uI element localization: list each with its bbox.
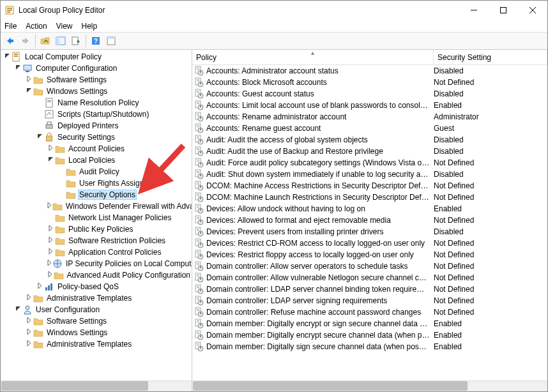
collapse-icon[interactable]	[47, 156, 55, 165]
policy-name: Audit: Force audit policy subcategory se…	[206, 158, 434, 167]
help-button[interactable]: ?	[89, 34, 103, 48]
tree-item[interactable]: Local Computer Policy	[1, 51, 192, 63]
svg-rect-26	[46, 124, 52, 128]
tree-item[interactable]: Administrative Templates	[1, 292, 192, 304]
policy-row[interactable]: Devices: Restrict floppy access to local…	[192, 249, 547, 260]
policy-setting: Guest	[434, 124, 547, 133]
collapse-icon[interactable]	[14, 64, 22, 73]
tree-item[interactable]: Software Restriction Policies	[1, 235, 192, 246]
tree-scrollbar[interactable]	[1, 381, 192, 391]
minimize-button[interactable]	[459, 1, 489, 20]
policy-row[interactable]: Audit: Shut down system immediately if u…	[192, 169, 547, 180]
expand-icon[interactable]	[47, 202, 52, 211]
maximize-button[interactable]	[489, 1, 518, 20]
list-body[interactable]: Accounts: Administrator account statusDi…	[192, 65, 547, 381]
policy-row[interactable]: Accounts: Guest account statusDisabled	[192, 88, 547, 100]
export-button[interactable]	[69, 34, 83, 48]
collapse-icon[interactable]	[3, 52, 11, 61]
tree-item[interactable]: Deployed Printers	[1, 120, 192, 132]
list-scrollbar[interactable]	[192, 381, 547, 391]
expand-icon[interactable]	[47, 259, 52, 268]
tree-item[interactable]: Public Key Policies	[1, 223, 192, 235]
column-setting[interactable]: Security Setting	[434, 50, 547, 64]
policy-row[interactable]: Audit: Audit the access of global system…	[192, 134, 547, 146]
folder-icon	[55, 247, 65, 257]
tree-item[interactable]: Application Control Policies	[1, 246, 192, 258]
tree-item[interactable]: Windows Settings	[1, 327, 192, 338]
policy-row[interactable]: Domain member: Digitally encrypt or sign…	[192, 318, 547, 329]
expand-icon[interactable]	[47, 144, 55, 153]
policy-row[interactable]: Devices: Prevent users from installing p…	[192, 226, 547, 237]
svg-rect-150	[197, 332, 199, 333]
policy-row[interactable]: Audit: Audit the use of Backup and Resto…	[192, 146, 547, 157]
expand-icon[interactable]	[36, 282, 44, 291]
tree-item[interactable]: User Configuration	[1, 304, 192, 315]
policy-row[interactable]: DCOM: Machine Launch Restrictions in Sec…	[192, 192, 547, 203]
policy-row[interactable]: Accounts: Administrator account statusDi…	[192, 65, 547, 77]
policy-name: Devices: Allow undock without having to …	[206, 204, 434, 213]
tree-item[interactable]: Software Settings	[1, 315, 192, 327]
back-button[interactable]	[3, 34, 17, 48]
collapse-icon[interactable]	[36, 133, 44, 142]
tree-item[interactable]: Scripts (Startup/Shutdown)	[1, 109, 192, 120]
expand-icon[interactable]	[47, 225, 55, 234]
expand-icon[interactable]	[47, 248, 55, 257]
policy-row[interactable]: Domain controller: Allow vulnerable Netl…	[192, 272, 547, 283]
policy-name: Accounts: Rename administrator account	[206, 112, 434, 121]
svg-rect-65	[197, 137, 199, 137]
tree-item-label: Public Key Policies	[67, 225, 134, 234]
tree-item[interactable]: Computer Configuration	[1, 63, 192, 74]
policy-row[interactable]: Audit: Force audit policy subcategory se…	[192, 157, 547, 169]
close-button[interactable]	[518, 1, 547, 20]
expand-icon[interactable]	[25, 294, 33, 303]
expand-icon[interactable]	[25, 340, 33, 349]
policy-row[interactable]: Accounts: Block Microsoft accountsNot De…	[192, 77, 547, 88]
expand-icon[interactable]	[47, 271, 54, 280]
policy-row[interactable]: DCOM: Machine Access Restrictions in Sec…	[192, 180, 547, 192]
policy-row[interactable]: Devices: Restrict CD-ROM access to local…	[192, 237, 547, 249]
svg-line-159	[142, 146, 183, 190]
tree-item[interactable]: Advanced Audit Policy Configuration	[1, 269, 192, 281]
tree-item[interactable]: Name Resolution Policy	[1, 97, 192, 109]
svg-rect-146	[197, 322, 199, 322]
expand-icon[interactable]	[25, 328, 33, 337]
policy-row[interactable]: Domain member: Digitally sign secure cha…	[192, 341, 547, 352]
policy-row[interactable]: Devices: Allow undock without having to …	[192, 203, 547, 215]
folder-icon	[55, 155, 65, 165]
svg-rect-91	[197, 195, 199, 196]
tree-item[interactable]: Windows Settings	[1, 86, 192, 97]
menu-action[interactable]: Action	[26, 22, 47, 31]
tree-item-label: User Configuration	[34, 305, 101, 314]
tree-item[interactable]: Administrative Templates	[1, 338, 192, 350]
menu-view[interactable]: View	[56, 22, 73, 31]
collapse-icon[interactable]	[14, 305, 22, 314]
policy-row[interactable]: Domain controller: LDAP server signing r…	[192, 295, 547, 306]
policy-row[interactable]: Domain controller: Allow server operator…	[192, 260, 547, 272]
folder-icon	[33, 293, 43, 303]
forward-button[interactable]	[19, 34, 33, 48]
show-hide-tree-button[interactable]	[54, 34, 68, 48]
column-policy[interactable]: Policy ▲	[192, 50, 434, 64]
tree-item[interactable]: Policy-based QoS	[1, 281, 192, 292]
collapse-icon[interactable]	[25, 87, 33, 96]
policy-row[interactable]: Domain member: Digitally encrypt secure …	[192, 329, 547, 341]
expand-icon[interactable]	[47, 236, 55, 245]
svg-rect-53	[200, 105, 201, 107]
expand-icon[interactable]	[25, 75, 33, 84]
policy-row[interactable]: Domain controller: Refuse machine accoun…	[192, 306, 547, 318]
policy-row[interactable]: Accounts: Rename guest accountGuest	[192, 123, 547, 134]
policy-row[interactable]: Domain controller: LDAP server channel b…	[192, 283, 547, 295]
tree-item[interactable]: Network List Manager Policies	[1, 212, 192, 223]
properties-button[interactable]	[104, 34, 118, 48]
menu-help[interactable]: Help	[82, 22, 98, 31]
svg-rect-21	[26, 71, 29, 72]
menu-file[interactable]: File	[4, 22, 17, 31]
policy-row[interactable]: Devices: Allowed to format and eject rem…	[192, 215, 547, 226]
tree-pane[interactable]: Local Computer PolicyComputer Configurat…	[1, 50, 192, 381]
policy-row[interactable]: Accounts: Rename administrator accountAd…	[192, 111, 547, 123]
tree-item[interactable]: IP Security Policies on Local Computer	[1, 258, 192, 269]
policy-row[interactable]: Accounts: Limit local account use of bla…	[192, 100, 547, 111]
expand-icon[interactable]	[25, 317, 33, 326]
tree-item[interactable]: Software Settings	[1, 74, 192, 86]
up-button[interactable]	[38, 34, 52, 48]
